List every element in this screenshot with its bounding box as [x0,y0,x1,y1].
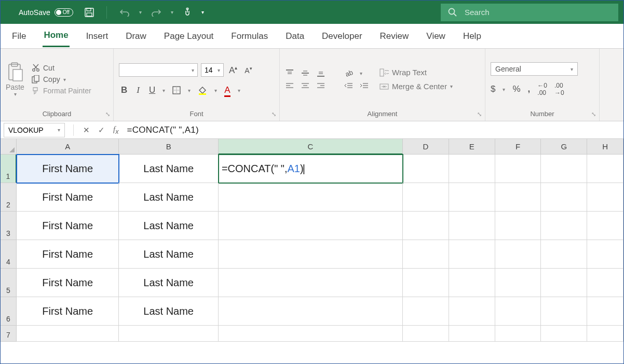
cell-H7[interactable] [587,326,623,342]
wrap-text-button[interactable]: Wrap Text [379,68,453,77]
cell-G1[interactable] [541,155,587,183]
save-icon[interactable] [85,8,94,17]
underline-button[interactable]: U [147,85,157,95]
cell-C5[interactable] [219,269,403,297]
alignment-launcher-icon[interactable]: ⤡ [477,111,482,118]
cell-G6[interactable] [541,297,587,326]
cell-H2[interactable] [587,183,623,212]
font-name-select[interactable]: ▾ [119,63,198,77]
cell-D5[interactable] [403,269,449,297]
cell-G4[interactable] [541,240,587,269]
tab-home[interactable]: Home [43,25,69,47]
cell-H6[interactable] [587,297,623,326]
cell-E6[interactable] [449,297,495,326]
undo-icon[interactable] [119,8,130,17]
column-header-B[interactable]: B [119,139,219,155]
decrease-decimal-button[interactable]: .00→0 [554,82,564,96]
cell-E2[interactable] [449,183,495,212]
paste-button[interactable]: Paste ▾ [6,62,24,97]
cell-F6[interactable] [495,297,541,326]
cut-button[interactable]: Cut [32,64,91,72]
cell-G2[interactable] [541,183,587,212]
tab-review[interactable]: Review [379,26,410,47]
row-header-7[interactable]: 7 [1,326,17,342]
cell-E3[interactable] [449,212,495,240]
cell-F1[interactable] [495,155,541,183]
cell-B1[interactable]: Last Name [119,155,219,183]
name-box-dropdown-icon[interactable]: ▾ [58,127,60,133]
cell-F2[interactable] [495,183,541,212]
cell-G3[interactable] [541,212,587,240]
font-launcher-icon[interactable]: ⤡ [272,111,276,118]
cell-B5[interactable]: Last Name [119,269,219,297]
merge-dropdown-icon[interactable]: ▾ [450,83,453,89]
column-header-D[interactable]: D [403,139,449,155]
tab-file[interactable]: File [11,26,27,47]
copy-dropdown-icon[interactable]: ▾ [63,77,66,82]
accounting-dropdown-icon[interactable]: ▾ [503,87,505,92]
column-header-E[interactable]: E [449,139,495,155]
fontcolor-dropdown-icon[interactable]: ▾ [238,88,240,93]
cell-C7[interactable] [219,326,403,342]
underline-dropdown-icon[interactable]: ▾ [162,88,165,93]
column-header-G[interactable]: G [541,139,587,155]
cell-C2[interactable] [219,183,403,212]
tab-data[interactable]: Data [284,26,305,47]
orientation-dropdown-icon[interactable]: ▾ [360,71,362,76]
cell-E1[interactable] [449,155,495,183]
decrease-font-icon[interactable]: A▾ [242,66,254,75]
align-middle-icon[interactable] [301,69,310,77]
tab-formulas[interactable]: Formulas [230,26,269,47]
formula-input[interactable]: =CONCAT(" ",A1) [123,125,623,135]
cell-E5[interactable] [449,269,495,297]
border-button[interactable] [170,86,183,94]
cell-D6[interactable] [403,297,449,326]
column-header-F[interactable]: F [495,139,541,155]
cell-D1[interactable] [403,155,449,183]
format-painter-button[interactable]: Format Painter [32,87,91,95]
increase-decimal-button[interactable]: ←0.00 [537,82,547,96]
cell-G7[interactable] [541,326,587,342]
toggle-switch[interactable]: Off [55,8,73,17]
cell-F3[interactable] [495,212,541,240]
cell-G5[interactable] [541,269,587,297]
column-header-C[interactable]: C [219,139,403,155]
cell-D3[interactable] [403,212,449,240]
column-header-H[interactable]: H [587,139,623,155]
undo-dropdown-icon[interactable]: ▾ [139,9,142,15]
percent-format-button[interactable]: % [512,84,520,94]
cell-E4[interactable] [449,240,495,269]
cell-A4[interactable]: First Name [17,240,119,269]
row-header-1[interactable]: 1 [1,155,17,183]
cell-C4[interactable] [219,240,403,269]
select-all-corner[interactable] [1,139,17,155]
redo-dropdown-icon[interactable]: ▾ [171,9,173,15]
cell-A2[interactable]: First Name [17,183,119,212]
cell-A1[interactable]: First Name [17,155,119,183]
comma-format-button[interactable]: , [528,84,531,94]
insert-function-button[interactable]: fx [109,125,123,135]
tab-developer[interactable]: Developer [321,26,363,47]
italic-button[interactable]: I [134,85,142,95]
cell-H5[interactable] [587,269,623,297]
cell-D2[interactable] [403,183,449,212]
increase-indent-icon[interactable] [360,82,369,90]
row-header-2[interactable]: 2 [1,183,17,212]
decrease-indent-icon[interactable] [344,82,354,90]
tab-help[interactable]: Help [462,26,482,47]
column-header-A[interactable]: A [17,139,119,155]
tab-insert[interactable]: Insert [85,26,110,47]
cell-F5[interactable] [495,269,541,297]
enter-formula-button[interactable]: ✓ [94,125,109,135]
merge-center-button[interactable]: Merge & Center▾ [379,82,453,91]
cell-C1[interactable]: =CONCAT(" ",A1)| [219,155,403,183]
align-center-icon[interactable] [301,82,310,90]
cell-C6[interactable] [219,297,403,326]
align-top-icon[interactable] [285,69,294,77]
name-box[interactable]: VLOOKUP▾ [4,123,65,137]
align-bottom-icon[interactable] [316,69,325,77]
tab-view[interactable]: View [425,26,446,47]
increase-font-icon[interactable]: A▴ [227,65,239,76]
redo-icon[interactable] [151,8,161,17]
clipboard-launcher-icon[interactable]: ⤡ [105,111,110,118]
